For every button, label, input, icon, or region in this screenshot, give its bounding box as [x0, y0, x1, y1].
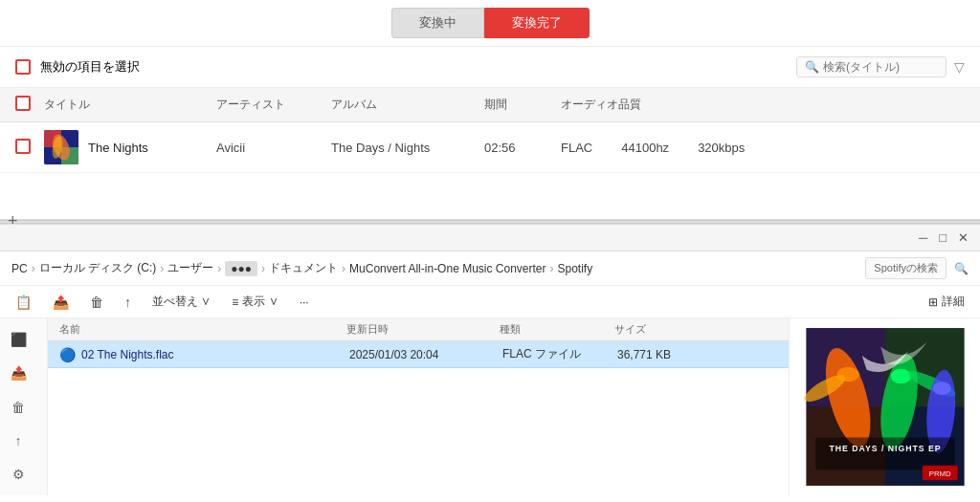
svg-text:PRMD: PRMD — [928, 469, 950, 478]
header-name: 名前 — [59, 322, 346, 337]
track-bitrate: 320kbps — [698, 141, 745, 155]
file-list-area: 名前 更新日時 種類 サイズ 🔵 02 The Nights.flac 2025… — [48, 318, 789, 495]
maximize-button[interactable]: □ — [939, 230, 947, 245]
album-thumbnail — [44, 130, 78, 164]
breadcrumb-user[interactable]: ●●● — [225, 261, 257, 276]
explorer-search-icon[interactable]: 🔍 — [954, 262, 969, 275]
track-album: The Days / Nights — [331, 141, 430, 155]
search-icon: 🔍 — [805, 60, 819, 74]
nav-icon-3[interactable]: 🗑 — [4, 394, 33, 420]
col-header-artist: アーティスト — [216, 97, 331, 113]
svg-point-14 — [890, 369, 910, 384]
share-button[interactable]: 📤 — [45, 291, 77, 314]
filter-icon[interactable]: ▽ — [954, 59, 965, 75]
select-invalid-bar: 無効の項目を選択 🔍 ▽ — [0, 47, 980, 88]
view-icon: ≡ — [232, 295, 238, 309]
window-chrome: ─ □ ✕ — [0, 224, 980, 251]
search-label: Spotifyの検索 — [874, 261, 938, 275]
details-label: 詳細 — [942, 294, 965, 310]
close-button[interactable]: ✕ — [958, 230, 969, 245]
share-icon: 📤 — [53, 295, 69, 310]
nav-icon-4[interactable]: ↑ — [4, 427, 33, 453]
svg-point-17 — [932, 382, 950, 395]
clipboard-button[interactable]: 📋 — [8, 291, 39, 314]
col-header-album: アルバム — [331, 97, 484, 113]
up-icon: ↑ — [124, 295, 131, 310]
album-art-small — [44, 130, 78, 164]
file-size: 36,771 KB — [617, 348, 713, 361]
sort-button[interactable]: 並べ替え ∨ — [145, 290, 218, 314]
track-format: FLAC — [561, 141, 592, 155]
converted-button[interactable]: 変換完了 — [484, 8, 590, 38]
table-row: The Nights Avicii The Days / Nights 02:5… — [0, 122, 980, 173]
minimize-button[interactable]: ─ — [919, 230, 927, 245]
nav-icon-1[interactable]: ⬛ — [4, 326, 33, 352]
header-size: サイズ — [614, 322, 710, 337]
window-controls: ─ □ ✕ — [919, 230, 969, 245]
nav-icon-5[interactable]: ⚙ — [4, 462, 33, 488]
album-art-large: THE DAYS / NIGHTS EP PRMD — [804, 328, 967, 486]
nav-sidebar: ⬛ 📤 🗑 ↑ ⚙ — [0, 318, 48, 495]
file-type: FLAC ファイル — [502, 346, 617, 362]
details-icon: ⊞ — [928, 295, 938, 309]
up-button[interactable]: ↑ — [117, 291, 139, 314]
svg-text:THE DAYS / NIGHTS EP: THE DAYS / NIGHTS EP — [829, 444, 941, 453]
file-row[interactable]: 🔵 02 The Nights.flac 2025/01/03 20:04 FL… — [48, 341, 789, 368]
trash-icon: 🗑 — [90, 295, 103, 310]
converting-button[interactable]: 変換中 — [391, 8, 484, 38]
view-label: 表示 ∨ — [242, 294, 278, 310]
sort-label: 並べ替え ∨ — [152, 294, 211, 310]
more-button[interactable]: ··· — [292, 292, 317, 313]
file-list-header: 名前 更新日時 種類 サイズ — [48, 318, 789, 341]
delete-button[interactable]: 🗑 — [82, 291, 111, 314]
col-header-quality: オーディオ品質 — [561, 97, 965, 113]
header-date: 更新日時 — [346, 322, 500, 337]
preview-panel: THE DAYS / NIGHTS EP PRMD — [789, 318, 980, 495]
track-duration: 02:56 — [484, 141, 516, 155]
file-name: 02 The Nights.flac — [81, 348, 349, 361]
breadcrumb-pc[interactable]: PC — [11, 262, 28, 275]
file-icon: 🔵 — [59, 347, 76, 362]
explorer-search-box[interactable]: Spotifyの検索 — [865, 257, 947, 279]
svg-rect-18 — [815, 438, 955, 470]
nav-icon-2[interactable]: 📤 — [4, 360, 33, 385]
file-explorer: ─ □ ✕ PC › ローカル ディスク (C:) › ユーザー › ●●● ›… — [0, 224, 980, 502]
track-title: The Nights — [88, 141, 148, 155]
search-box[interactable]: 🔍 — [796, 56, 947, 77]
breadcrumb-users[interactable]: ユーザー — [167, 260, 213, 276]
more-label: ··· — [300, 295, 309, 309]
details-button[interactable]: ⊞ 詳細 — [921, 290, 972, 314]
breadcrumb-c-drive[interactable]: ローカル ディスク (C:) — [39, 260, 157, 276]
col-header-duration: 期間 — [484, 97, 561, 113]
table-header: タイトル アーティスト アルバム 期間 オーディオ品質 — [0, 88, 980, 122]
breadcrumb-documents[interactable]: ドキュメント — [269, 260, 338, 276]
search-input[interactable] — [823, 60, 938, 74]
select-invalid-label: 無効の項目を選択 — [40, 58, 140, 76]
breadcrumb-muconvert[interactable]: MuConvert All-in-One Music Converter — [349, 262, 546, 275]
muconvert-app: 変換中 変換完了 無効の項目を選択 🔍 ▽ タイトル アーティスト アルバム 期… — [0, 0, 980, 220]
toolbar-right: ⊞ 詳細 — [921, 290, 972, 314]
album-art-svg: THE DAYS / NIGHTS EP PRMD — [804, 328, 967, 486]
search-area: 🔍 ▽ — [796, 56, 965, 77]
track-sample-rate: 44100hz — [621, 141, 669, 155]
header-checkbox[interactable] — [15, 96, 31, 111]
breadcrumb: PC › ローカル ディスク (C:) › ユーザー › ●●● › ドキュメン… — [0, 251, 980, 286]
view-button[interactable]: ≡ 表示 ∨ — [224, 290, 285, 314]
header-type: 種類 — [500, 322, 614, 337]
col-header-title: タイトル — [44, 97, 216, 113]
clipboard-icon: 📋 — [15, 295, 32, 310]
breadcrumb-search: Spotifyの検索 🔍 — [865, 257, 969, 279]
breadcrumb-spotify[interactable]: Spotify — [558, 262, 593, 275]
explorer-content: ⬛ 📤 🗑 ↑ ⚙ 名前 更新日時 種類 サイズ 🔵 02 The Nights… — [0, 318, 980, 495]
explorer-toolbar: 📋 📤 🗑 ↑ 並べ替え ∨ ≡ 表示 ∨ ··· ⊞ 詳細 — [0, 286, 980, 318]
track-artist: Avicii — [216, 141, 245, 155]
file-date: 2025/01/03 20:04 — [349, 348, 502, 361]
select-all-checkbox[interactable] — [15, 59, 31, 75]
row-checkbox[interactable] — [15, 139, 31, 154]
convert-toolbar: 変換中 変換完了 — [0, 0, 980, 47]
